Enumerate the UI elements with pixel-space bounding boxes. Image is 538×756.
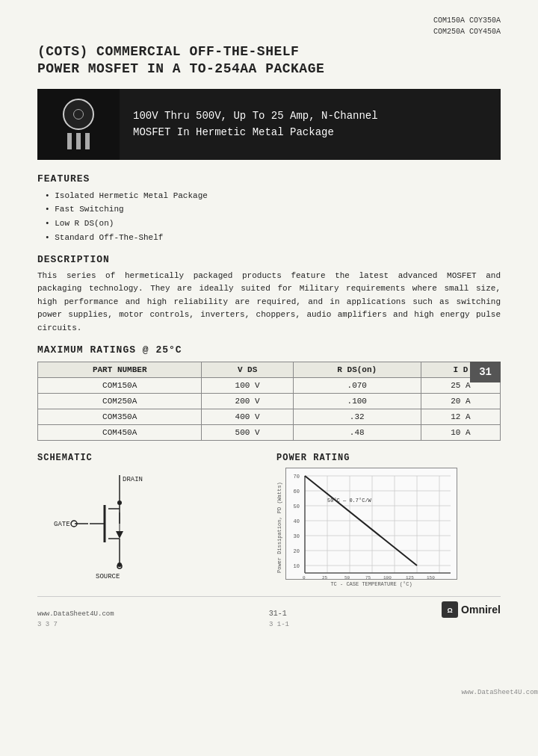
main-title: (COTS) COMMERCIAL OFF-THE-SHELF POWER MO… (37, 43, 501, 78)
col-header-rds: R DS(on) (293, 362, 421, 377)
schematic-area: SCHEMATIC DRAIN (37, 453, 262, 587)
chart-y-label: Power Dissipation, PD (Watts) (276, 468, 282, 587)
schematic-title: SCHEMATIC (37, 453, 262, 463)
cell-vds-2: 400 V (202, 409, 293, 424)
footer-url: www.DataSheet4U.com (37, 610, 114, 618)
part-numbers: COM150A COY350A COM250A COY450A (37, 15, 501, 37)
svg-text:SOURCE: SOURCE (96, 573, 120, 580)
cell-id-1: 20 A (421, 393, 500, 409)
svg-text:40: 40 (294, 518, 300, 524)
svg-text:70: 70 (294, 474, 300, 480)
svg-text:75: 75 (365, 575, 371, 580)
cell-part-0: COM150A (38, 377, 202, 393)
svg-text:GATE: GATE (54, 521, 70, 528)
svg-text:100: 100 (383, 575, 392, 580)
cell-part-2: COM350A (38, 409, 202, 424)
part-numbers-line2: COM250A COY450A (37, 26, 501, 37)
cell-id-2: 12 A (421, 409, 500, 424)
product-desc-line1: 100V Thru 500V, Up To 25 Amp, N-Channel (133, 108, 378, 124)
watermark: www.DataSheet4U.com (461, 689, 538, 696)
svg-text:Ω: Ω (447, 607, 452, 614)
svg-text:150: 150 (427, 575, 435, 580)
footer-page-num: 31-1 (269, 610, 287, 618)
product-image (37, 89, 120, 160)
svg-text:0: 0 (303, 575, 306, 580)
svg-text:50°C — 0.7°C/W: 50°C — 0.7°C/W (327, 498, 372, 504)
ratings-table: PART NUMBER V DS R DS(on) I D COM150A 10… (37, 362, 501, 441)
table-row: COM150A 100 V .070 25 A (38, 377, 501, 393)
page: COM150A COY350A COM250A COY450A (COTS) C… (0, 0, 538, 756)
description-title: DESCRIPTION (37, 254, 501, 265)
omnirel-icon: Ω (442, 601, 458, 618)
feature-2: Fast Switching (45, 202, 501, 217)
svg-text:25: 25 (322, 575, 328, 580)
product-description: 100V Thru 500V, Up To 25 Amp, N-Channel … (120, 99, 392, 150)
power-chart: 70 60 50 40 30 20 10 0 25 50 75 (285, 468, 457, 580)
cell-rds-0: .070 (293, 377, 421, 393)
product-desc-line2: MOSFET In Hermetic Metal Package (133, 124, 378, 140)
svg-text:50: 50 (294, 504, 300, 509)
mosfet-pin-3 (85, 133, 90, 149)
bottom-page-number-row: 3 3 7 3 1-1 (37, 621, 501, 628)
cell-vds-3: 500 V (202, 424, 293, 440)
feature-1: Isolated Hermetic Metal Package (45, 189, 501, 203)
svg-text:DRAIN: DRAIN (123, 476, 143, 483)
power-rating-area: POWER RATING Power Dissipation, PD (Watt… (276, 453, 501, 587)
features-title: FEATURES (37, 173, 501, 185)
col-header-vds: V DS (202, 362, 293, 377)
bottom-section: SCHEMATIC DRAIN (37, 453, 501, 587)
mosfet-drawing (63, 99, 94, 149)
chart-x-label: TC - CASE TEMPERATURE (°C) (285, 581, 457, 587)
bottom-center-num: 3 1-1 (269, 621, 289, 628)
max-ratings-title: MAXIMUM RATINGS @ 25°C (37, 344, 501, 356)
svg-text:20: 20 (294, 548, 300, 554)
schematic-svg: DRAIN (37, 468, 172, 587)
feature-4: Standard Off-The-Shelf (45, 231, 501, 245)
cell-rds-2: .32 (293, 409, 421, 424)
cell-id-3: 10 A (421, 424, 500, 440)
table-row: COM250A 200 V .100 20 A (38, 393, 501, 409)
features-list: Isolated Hermetic Metal Package Fast Swi… (45, 189, 501, 245)
svg-text:50: 50 (344, 575, 350, 580)
mosfet-pin-2 (76, 133, 81, 149)
cell-rds-3: .48 (293, 424, 421, 440)
description-text: This series of hermetically packaged pro… (37, 270, 501, 335)
svg-text:30: 30 (294, 533, 300, 539)
omnirel-logo-text: Omnirel (461, 604, 501, 616)
table-row: COM350A 400 V .32 12 A (38, 409, 501, 424)
svg-text:125: 125 (406, 575, 414, 580)
main-title-line1: (COTS) COMMERCIAL OFF-THE-SHELF (37, 43, 501, 61)
svg-text:10: 10 (294, 563, 300, 569)
bottom-left-num: 3 3 7 (37, 621, 58, 628)
cell-vds-0: 100 V (202, 377, 293, 393)
mosfet-pin-1 (67, 133, 72, 149)
part-numbers-line1: COM150A COY350A (37, 15, 501, 26)
mosfet-pins (67, 133, 90, 149)
feature-3: Low R DS(on) (45, 217, 501, 231)
col-header-part: PART NUMBER (38, 362, 202, 377)
mosfet-body (63, 99, 94, 130)
svg-text:60: 60 (294, 489, 300, 495)
cell-part-1: COM250A (38, 393, 202, 409)
power-rating-title: POWER RATING (276, 453, 501, 463)
cell-rds-1: .100 (293, 393, 421, 409)
table-wrapper: 31 PART NUMBER V DS R DS(on) I D COM150A… (37, 362, 501, 441)
table-row: COM450A 500 V .48 10 A (38, 424, 501, 440)
footer: www.DataSheet4U.com 31-1 Ω Omnirel (37, 596, 501, 618)
product-banner: 100V Thru 500V, Up To 25 Amp, N-Channel … (37, 89, 501, 160)
main-title-line2: POWER MOSFET IN A TO-254AA PACKAGE (37, 61, 501, 78)
cell-vds-1: 200 V (202, 393, 293, 409)
page-badge: 31 (470, 362, 501, 382)
mosfet-circle-inner (73, 109, 84, 120)
footer-logo-area: Ω Omnirel (442, 601, 501, 618)
cell-part-3: COM450A (38, 424, 202, 440)
table-header-row: PART NUMBER V DS R DS(on) I D (38, 362, 501, 377)
